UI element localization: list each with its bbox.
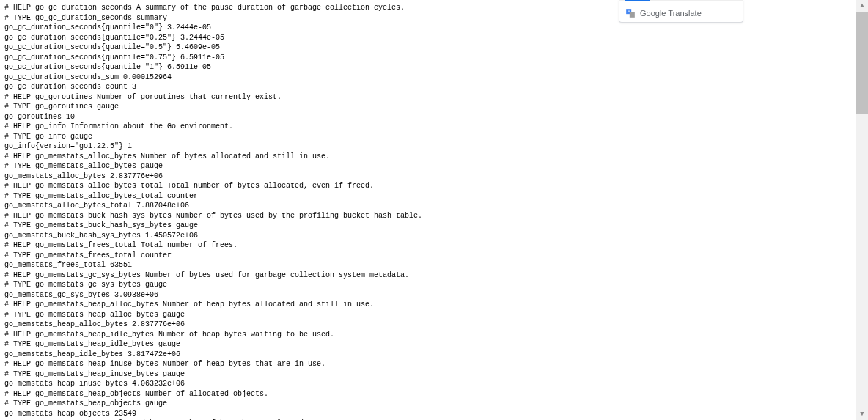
google-translate-popup[interactable]: A Google Translate [619, 0, 743, 23]
vertical-scrollbar-thumb[interactable] [856, 12, 868, 114]
scroll-down-button[interactable]: ▼ [856, 408, 868, 420]
translate-label: Google Translate [640, 8, 702, 19]
google-translate-icon: A [625, 8, 636, 18]
vertical-scrollbar-track[interactable]: ▲ ▼ [856, 0, 868, 420]
svg-rect-1 [630, 12, 635, 18]
metrics-output: # HELP go_gc_duration_seconds A summary … [0, 0, 868, 420]
translate-tab-indicator [619, 0, 743, 4]
scroll-up-button[interactable]: ▲ [856, 0, 868, 12]
